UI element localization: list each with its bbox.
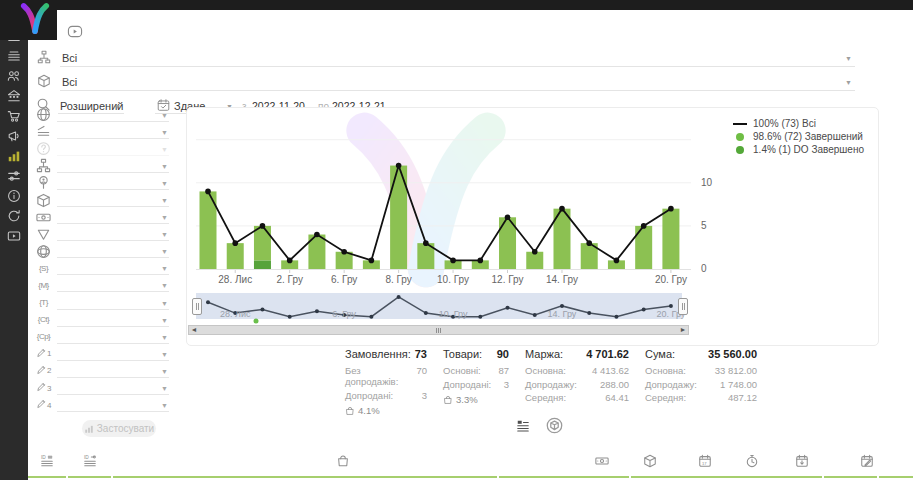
legend-item-2[interactable]: 1.4% (1) DO Завершено [731, 144, 864, 155]
legend-label: 1.4% (1) DO Завершено [753, 144, 864, 155]
stat-sub-label: Без допродажів: [345, 365, 416, 387]
line-point [287, 258, 293, 264]
filter-select-12[interactable]: ▼ [57, 313, 169, 327]
calendar-in-icon[interactable] [795, 454, 809, 468]
question-icon [36, 142, 51, 156]
stat-sub-value: 64.41 [605, 392, 629, 403]
navigator-right-handle[interactable] [678, 298, 688, 315]
globe-icon [36, 108, 51, 122]
summary-stats: Замовлення:73Без допродажів:70Допродані:… [345, 348, 757, 416]
upsell-percent: 4.1% [358, 405, 380, 416]
filter-select-1[interactable]: ▼ [57, 125, 169, 139]
line-point [478, 258, 484, 264]
stat-sub-value: 70 [416, 365, 427, 387]
filter-select-5[interactable]: ▼ [57, 193, 169, 207]
status-filter-underline[interactable] [60, 66, 855, 67]
calendar-icon[interactable]: 17 [698, 454, 712, 468]
filter-select-15[interactable]: ▼ [57, 364, 169, 378]
filter-select-4[interactable]: ▼ [57, 176, 169, 190]
id-list-icon[interactable]: ID [40, 454, 54, 468]
brand-logo[interactable] [0, 0, 57, 40]
filter-select-7[interactable]: ▼ [57, 227, 169, 241]
chart-scrollbar[interactable]: ◄ ► [188, 325, 689, 335]
filter-select-2[interactable]: ▼ [57, 142, 169, 156]
filter-select-17[interactable]: ▼ [57, 398, 169, 412]
dropdown-arrow-icon: ▼ [161, 334, 168, 341]
filter-row-13: {Cp}▼ [36, 328, 169, 345]
calendar-edit-icon[interactable] [860, 454, 874, 468]
sidebar-item-clients[interactable] [7, 69, 21, 83]
box-circle-toggle[interactable] [546, 417, 563, 434]
dropdown-arrow-icon: ▼ [161, 351, 168, 358]
filter-row-6: ▼ [36, 209, 169, 226]
layers-icon [36, 125, 51, 139]
filter-row-0: ▼ [36, 106, 169, 123]
tutorial-play-button[interactable] [63, 24, 87, 39]
dropdown-arrow-icon: ▼ [161, 197, 168, 204]
filter-select-0[interactable]: ▼ [57, 108, 169, 122]
legend-item-1[interactable]: 98.6% (72) Завершений [731, 131, 864, 142]
dropdown-arrow-icon: ▼ [161, 248, 168, 255]
stat-sub-value: 3 [422, 390, 427, 401]
filter-row-1: ▼ [36, 123, 169, 140]
legend-dot-marker [731, 146, 749, 154]
line-point [423, 240, 429, 246]
sidebar-item-info[interactable] [7, 189, 21, 203]
line-point [668, 206, 674, 212]
brace-token-icon: {T} [36, 296, 51, 310]
stat-sub-label: Допродані: [345, 390, 393, 401]
line-all-orders [208, 166, 671, 261]
sidebar-item-marketing[interactable] [7, 129, 21, 143]
x-axis-label: 10. Гру [437, 274, 469, 285]
product-dropdown-arrow[interactable]: ▼ [845, 79, 852, 86]
product-filter-underline[interactable] [60, 90, 855, 91]
sidebar-item-company[interactable] [7, 89, 21, 103]
sidebar-item-cart[interactable] [7, 109, 21, 123]
x-axis-label: 20. Гру [655, 274, 687, 285]
product-filter-value[interactable]: Всі [62, 76, 77, 88]
brace-token-icon: {S} [36, 261, 51, 275]
status-filter-value[interactable]: Всі [62, 52, 77, 64]
bar-completed [662, 209, 679, 269]
stat-title: Замовлення: [345, 348, 411, 360]
upsell-bag-icon [443, 395, 453, 405]
sidebar-item-video[interactable] [7, 229, 21, 243]
navigator-left-handle[interactable] [192, 298, 202, 315]
stat-column-3: Сума:35 560.00Основна:33 812.00Допродажу… [645, 348, 757, 416]
banknote-icon[interactable] [595, 454, 609, 468]
filter-select-13[interactable]: ▼ [57, 330, 169, 344]
filter-select-3[interactable]: ▼ [57, 159, 169, 173]
filter-select-11[interactable]: ▼ [57, 296, 169, 310]
line-point [505, 214, 511, 220]
sidebar-item-settings[interactable] [7, 169, 21, 183]
legend-label: 100% (73) Всі [753, 118, 816, 129]
line-point [369, 258, 375, 264]
scrollbar-left-arrow-icon[interactable]: ◄ [189, 326, 199, 334]
filter-select-8[interactable]: ▼ [57, 244, 169, 258]
list-chart-toggle[interactable] [516, 419, 530, 433]
legend-item-0[interactable]: 100% (73) Всі [731, 118, 864, 129]
y-axis-label: 5 [701, 220, 707, 231]
id-offer-icon[interactable]: ID [83, 454, 97, 468]
filter-select-14[interactable]: ▼ [57, 347, 169, 361]
filter-select-6[interactable]: ▼ [57, 210, 169, 224]
clock-icon[interactable] [745, 454, 759, 468]
filter-select-9[interactable]: ▼ [57, 261, 169, 275]
stat-sub-label: Допродажу: [645, 379, 697, 390]
scrollbar-right-arrow-icon[interactable]: ► [678, 326, 688, 334]
sidebar-item-statistics[interactable] [7, 149, 21, 163]
filter-select-16[interactable]: ▼ [57, 381, 169, 395]
filter-row-17: 4▼ [36, 397, 169, 414]
sidebar-item-sync[interactable] [7, 209, 21, 223]
apply-button[interactable]: Застосувати [82, 420, 156, 437]
box3d-icon[interactable] [643, 454, 657, 468]
stat-sub-value: 33 812.00 [715, 365, 757, 376]
line-point [396, 163, 402, 169]
line-point [314, 232, 320, 238]
scrollbar-grip-icon[interactable] [436, 328, 441, 333]
left-filter-panel: ▼▼▼▼▼▼▼▼▼{S}▼{M}▼{T}▼{Ct}▼{Cp}▼1▼2▼3▼4▼ [36, 106, 169, 414]
filter-select-10[interactable]: ▼ [57, 278, 169, 292]
bag-icon[interactable] [336, 454, 350, 468]
status-dropdown-arrow[interactable]: ▼ [845, 55, 852, 62]
sidebar-item-orders[interactable] [7, 49, 21, 63]
